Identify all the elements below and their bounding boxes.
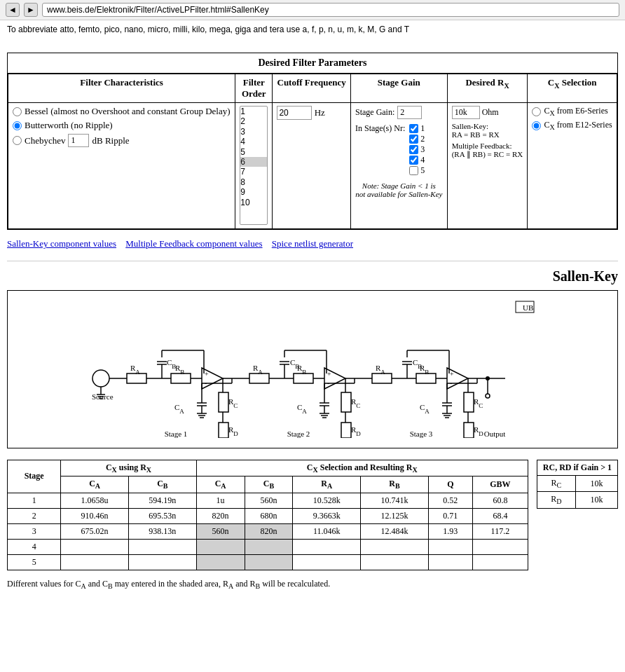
- col-cutoff: Cutoff Frequency: [273, 74, 351, 103]
- svg-text:CA: CA: [297, 403, 307, 415]
- gbw-cell: 117.2: [472, 523, 528, 539]
- stage2-check-row: 2: [409, 134, 425, 144]
- note-line2: not available for Sallen-Key: [355, 190, 442, 198]
- e6-radio[interactable]: [532, 107, 541, 116]
- gbw-cell: [472, 554, 528, 570]
- ca-rx-cell: [61, 554, 129, 570]
- ca-sel-cell[interactable]: 560n: [196, 523, 245, 539]
- cb-sel-cell[interactable]: 820n: [245, 523, 293, 539]
- cx-rx-header: CX using RX: [61, 460, 196, 476]
- order-3[interactable]: 3: [240, 127, 267, 137]
- sallen-key-title: Sallen-Key: [7, 268, 618, 284]
- e12-option[interactable]: CX from E12-Series: [532, 120, 612, 131]
- stage1-label: 1: [420, 123, 425, 134]
- mfb-formula-label: Multiple Feedback:: [452, 142, 523, 150]
- stage-col-header: Stage: [8, 460, 61, 493]
- ca-sel-cell[interactable]: [196, 539, 245, 554]
- cb-sel-cell[interactable]: [245, 539, 293, 554]
- stage-checkboxes: In Stage(s) Nr: 1 2: [355, 123, 443, 176]
- mfb-link[interactable]: Multiple Feedback component values: [125, 238, 262, 249]
- order-10[interactable]: 10: [240, 198, 267, 207]
- ra-cell: 10.528k: [293, 493, 361, 508]
- sallen-key-link[interactable]: Sallen-Key component values: [7, 238, 116, 249]
- forward-button[interactable]: ►: [24, 3, 38, 17]
- chebychev-radio[interactable]: [13, 136, 22, 145]
- svg-text:CA: CA: [174, 403, 184, 415]
- stage-gain-row: Stage Gain:: [355, 106, 443, 119]
- table-row: 1 1.0658u 594.19n 1u 560n 10.528k 10.741…: [8, 493, 528, 508]
- svg-text:RD: RD: [474, 425, 483, 437]
- stage-gain-label: Stage Gain:: [355, 107, 394, 118]
- order-5[interactable]: 5: [240, 147, 267, 157]
- db-ripple-input[interactable]: [68, 134, 89, 147]
- stage2-checkbox[interactable]: [409, 135, 418, 144]
- ca-rx-cell: 675.02n: [61, 523, 129, 539]
- spice-link[interactable]: Spice netlist generator: [272, 238, 353, 249]
- cb-sel-cell[interactable]: [245, 554, 293, 570]
- e6-label: CX from E6-Series: [544, 106, 607, 117]
- svg-text:+: +: [327, 370, 331, 378]
- butterworth-option[interactable]: Butterworth (no Ripple): [13, 120, 231, 131]
- cb-rx-col: CB: [128, 476, 196, 493]
- rb-col: RB: [361, 476, 429, 493]
- butterworth-radio[interactable]: [13, 121, 22, 130]
- order-6[interactable]: 6: [240, 157, 267, 167]
- rb-cell: 12.125k: [361, 508, 429, 523]
- source-symbol: [92, 370, 109, 387]
- rd-value: 10k: [576, 492, 618, 508]
- stage3-label: Stage 3: [410, 430, 433, 438]
- back-button[interactable]: ◄: [6, 3, 20, 17]
- svg-text:+: +: [205, 370, 209, 378]
- ra-cell: [293, 554, 361, 570]
- e6-option[interactable]: CX from E6-Series: [532, 106, 612, 117]
- rc1-symbol: [219, 392, 228, 412]
- order-2[interactable]: 2: [240, 116, 267, 126]
- svg-text:CA: CA: [420, 403, 430, 415]
- order-8[interactable]: 8: [240, 177, 267, 187]
- order-7[interactable]: 7: [240, 167, 267, 177]
- ra-cell: 9.3663k: [293, 508, 361, 523]
- rx-input[interactable]: [452, 106, 480, 119]
- db-ripple-label: dB Ripple: [92, 135, 129, 146]
- stages-label-row: In Stage(s) Nr: 1 2: [355, 123, 443, 176]
- order-9[interactable]: 9: [240, 187, 267, 197]
- q-cell: 1.93: [428, 523, 472, 539]
- bessel-label: Bessel (almost no Overshoot and constant…: [25, 106, 231, 117]
- order-1[interactable]: 1: [240, 107, 267, 116]
- chebychev-row: Chebychev dB Ripple: [13, 134, 231, 147]
- cx-section: CX from E6-Series CX from E12-Series: [532, 106, 612, 132]
- filter-order-list[interactable]: 1 2 3 4 5 6 7 8 9 10: [240, 106, 268, 225]
- bessel-radio[interactable]: [13, 107, 22, 116]
- stage1-check-row: 1: [409, 123, 425, 134]
- svg-text:RC: RC: [474, 397, 483, 409]
- svg-text:+: +: [450, 370, 454, 378]
- cutoff-input[interactable]: [277, 106, 312, 120]
- rb-cell: [361, 539, 429, 554]
- stage3-checkbox[interactable]: [409, 145, 418, 154]
- stage-cell: 2: [8, 508, 61, 523]
- sk-formula: RA = RB = RX: [452, 130, 523, 139]
- ca-sel-cell[interactable]: [196, 554, 245, 570]
- ra-col: RA: [293, 476, 361, 493]
- stage-gain-input[interactable]: [397, 106, 422, 119]
- stage5-checkbox[interactable]: [409, 166, 418, 175]
- results-table: Stage CX using RX CX Selection and Resul…: [7, 460, 528, 570]
- stages-label: In Stage(s) Nr:: [355, 123, 405, 134]
- q-cell: [428, 539, 472, 554]
- bessel-option[interactable]: Bessel (almost no Overshoot and constant…: [13, 106, 231, 117]
- table-row: 2 910.46n 695.53n 820n 680n 9.3663k 12.1…: [8, 508, 528, 523]
- ca-rx-cell: [61, 539, 129, 554]
- circuit-container: UB Source RA CB: [7, 290, 618, 448]
- ca-rx-cell: 910.46n: [61, 508, 129, 523]
- stage4-checkbox[interactable]: [409, 156, 418, 165]
- rx-section: Ohm Sallen-Key: RA = RB = RX Multiple Fe…: [452, 106, 523, 159]
- gbw-cell: [472, 539, 528, 554]
- order-4[interactable]: 4: [240, 137, 267, 146]
- e12-radio[interactable]: [532, 121, 541, 130]
- cb-rx-cell: 695.53n: [128, 508, 196, 523]
- results-outer: Stage CX using RX CX Selection and Resul…: [7, 460, 618, 570]
- url-bar[interactable]: [42, 3, 619, 17]
- e12-label: CX from E12-Series: [544, 120, 612, 131]
- stage1-checkbox[interactable]: [409, 124, 418, 133]
- output-label: Output: [484, 430, 506, 438]
